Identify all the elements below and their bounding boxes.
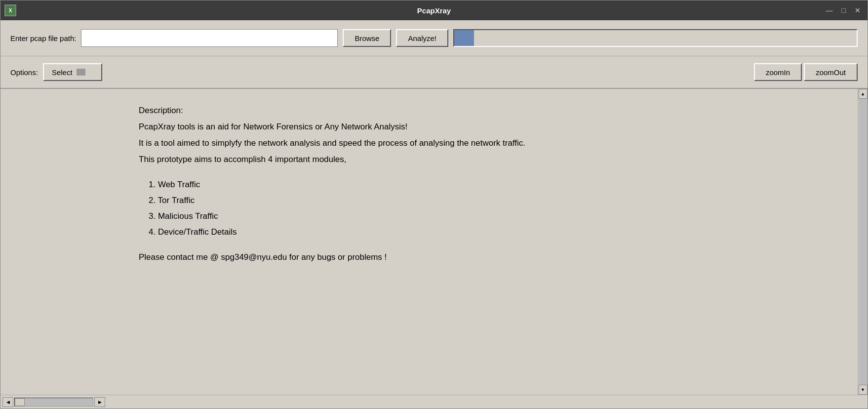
toolbar: Enter pcap file path: Browse Analyze! xyxy=(0,20,868,56)
main-content: Description: PcapXray tools is an aid fo… xyxy=(0,89,868,395)
zoom-out-button[interactable]: zoomOut xyxy=(804,63,858,81)
modules-list: 1. Web Traffic 2. Tor Traffic 3. Malicio… xyxy=(149,177,781,241)
zoom-controls: zoomIn zoomOut xyxy=(754,63,858,81)
description-line1: PcapXray tools is an aid for Network For… xyxy=(139,120,781,134)
window-controls: — □ ✕ xyxy=(823,6,864,15)
scroll-down-arrow[interactable]: ▼ xyxy=(859,385,868,395)
select-dropdown[interactable]: Select xyxy=(43,63,102,81)
close-button[interactable]: ✕ xyxy=(852,6,864,15)
scroll-track xyxy=(859,99,868,385)
options-left: Options: Select xyxy=(10,63,102,81)
contact-text: Please contact me @ spg349@nyu.edu for a… xyxy=(139,250,781,265)
analyze-button[interactable]: Analyze! xyxy=(396,29,448,47)
main-window: X PcapXray — □ ✕ Enter pcap file path: B… xyxy=(0,0,868,409)
horizontal-scroll-thumb[interactable] xyxy=(15,398,25,406)
select-label: Select xyxy=(52,68,73,77)
progress-bar-fill xyxy=(454,30,474,46)
app-icon: X xyxy=(4,4,16,16)
titlebar: X PcapXray — □ ✕ xyxy=(0,0,868,20)
module-item: 3. Malicious Traffic xyxy=(149,208,781,224)
horizontal-scrollbar: ◀ ▶ xyxy=(0,395,868,409)
minimize-button[interactable]: — xyxy=(823,6,836,15)
titlebar-left: X xyxy=(4,4,16,16)
horizontal-scroll-track xyxy=(14,398,93,407)
zoom-in-button[interactable]: zoomIn xyxy=(754,63,802,81)
dropdown-arrow-icon xyxy=(77,69,85,76)
scroll-left-arrow[interactable]: ◀ xyxy=(2,397,13,407)
window-title: PcapXray xyxy=(417,6,451,15)
browse-button[interactable]: Browse xyxy=(343,29,391,47)
description-panel: Description: PcapXray tools is an aid fo… xyxy=(139,104,781,265)
description-title: Description: xyxy=(139,104,781,118)
module-item: 1. Web Traffic xyxy=(149,177,781,193)
scroll-up-arrow[interactable]: ▲ xyxy=(859,89,868,99)
options-bar: Options: Select zoomIn zoomOut xyxy=(0,56,868,89)
description-line3: This prototype aims to accomplish 4 impo… xyxy=(139,153,781,167)
description-line2: It is a tool aimed to simplyfy the netwo… xyxy=(139,136,781,151)
vertical-scrollbar: ▲ ▼ xyxy=(858,89,868,395)
options-label: Options: xyxy=(10,68,38,77)
file-path-label: Enter pcap file path: xyxy=(10,34,76,42)
module-item: 4. Device/Traffic Details xyxy=(149,224,781,240)
maximize-button[interactable]: □ xyxy=(839,6,849,15)
content-area: Description: PcapXray tools is an aid fo… xyxy=(0,89,868,395)
module-item: 2. Tor Traffic xyxy=(149,193,781,208)
file-path-input[interactable] xyxy=(81,29,338,47)
svg-text:X: X xyxy=(9,8,12,13)
progress-bar xyxy=(453,29,858,47)
scroll-right-arrow[interactable]: ▶ xyxy=(94,397,105,407)
